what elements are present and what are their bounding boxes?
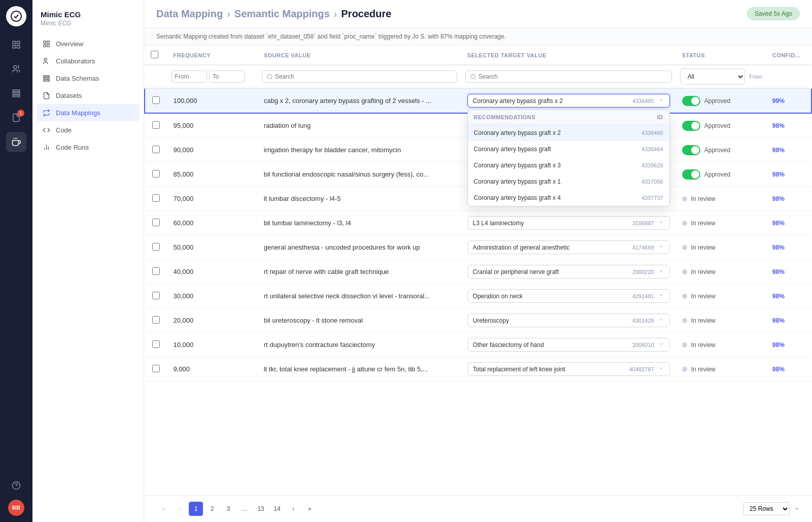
select-all-checkbox[interactable] — [151, 51, 158, 58]
target-select-button[interactable]: Coronary artery bypass grafts x 24336465 — [467, 94, 670, 108]
page-next-btn[interactable]: › — [286, 502, 300, 516]
row-status: In review — [676, 211, 766, 235]
row-checkbox-9[interactable] — [152, 316, 160, 324]
confidence-value: 98% — [772, 220, 785, 227]
rows-select[interactable]: 25 Rows 50 Rows 100 Rows — [743, 502, 790, 515]
target-select-button[interactable]: Other fasciectomy of hand2006010 — [467, 338, 670, 352]
status-toggle[interactable] — [682, 121, 700, 131]
pagination: « ‹ 1 2 3 ... 13 14 › » 25 Rows 50 Rows … — [144, 495, 812, 522]
breadcrumb-data-mapping[interactable]: Data Mapping — [156, 8, 223, 20]
status-filter-select[interactable]: All Approved In review — [680, 68, 745, 85]
status-toggle-wrap: In review — [682, 293, 760, 300]
nav-item-data-schemas[interactable]: Data Schemas — [37, 69, 140, 87]
row-frequency: 90,000 — [167, 138, 258, 162]
sidebar-icon-data-mappings[interactable] — [6, 132, 26, 152]
page-btn-2[interactable]: 2 — [205, 502, 219, 516]
row-checkbox-2[interactable] — [152, 146, 160, 153]
target-select-button[interactable]: Cranial or peripheral nerve graft2000220 — [467, 265, 670, 279]
table-row: 100,000cabg x 2, coronary artery bypass … — [145, 88, 811, 113]
status-toggle[interactable] — [682, 96, 700, 106]
row-status: In review — [676, 333, 766, 357]
dropdown-recommendation-item[interactable]: Coronary artery bypass graft x 44337737 — [468, 190, 669, 206]
page-first-btn[interactable]: « — [156, 502, 171, 516]
dropdown-item-id: 4336465 — [641, 130, 663, 136]
row-checkbox-6[interactable] — [152, 243, 160, 251]
filter-check-cell — [145, 65, 167, 88]
row-checkbox-8[interactable] — [152, 292, 160, 299]
row-source-value: radiation of lung — [258, 113, 461, 138]
sidebar-bottom: RR — [6, 475, 26, 516]
nav-label-overview: Overview — [56, 40, 83, 48]
row-confidence: 98% — [766, 308, 811, 333]
page-btn-14[interactable]: 14 — [270, 502, 284, 516]
dropdown-recommendation-item[interactable]: Coronary artery bypass graft x 24336465 — [468, 125, 669, 141]
row-checkbox-3[interactable] — [152, 170, 160, 178]
row-checkbox-10[interactable] — [152, 340, 160, 348]
dropdown-item-name: Coronary artery bypass graft x 4 — [474, 194, 561, 201]
row-checkbox-11[interactable] — [152, 365, 160, 372]
chevron-down-icon — [658, 317, 664, 324]
target-select-button[interactable]: Administration of general anesthetic4174… — [467, 240, 670, 254]
nav-header: Mimic ECG Mimic ECG — [32, 0, 144, 31]
target-select-button[interactable]: L3 L4 laminectomy3186887 — [467, 216, 670, 230]
freq-from-input[interactable] — [172, 71, 207, 83]
target-select-button[interactable]: Total replacement of left knee joint4048… — [467, 362, 670, 376]
page-btn-3[interactable]: 3 — [221, 502, 235, 516]
page-btn-13[interactable]: 13 — [254, 502, 268, 516]
dropdown-recommendation-item[interactable]: Coronary artery bypass graft x 14337056 — [468, 173, 669, 190]
rows-per-page: 25 Rows 50 Rows 100 Rows — [743, 502, 800, 515]
freq-to-input[interactable] — [209, 71, 245, 83]
page-btn-1[interactable]: 1 — [189, 502, 203, 516]
row-source-value: rt dupuytren's contracture fasciectomy — [258, 333, 461, 357]
data-mappings-nav-icon — [42, 108, 51, 117]
sidebar-icon-data-schemas[interactable] — [6, 83, 26, 103]
dropdown-recommendation-item[interactable]: Coronary artery bypass graft x 34339629 — [468, 157, 669, 173]
breadcrumb-procedure: Procedure — [341, 8, 391, 20]
source-search-input[interactable] — [275, 73, 453, 80]
row-checkbox-7[interactable] — [152, 267, 160, 275]
status-toggle[interactable] — [682, 169, 700, 180]
row-source-value: general anesthesia - uncoded procedures … — [258, 235, 461, 260]
row-source-value: irrigation therapy for bladder cancer, m… — [258, 138, 461, 162]
nav-item-code-runs[interactable]: Code Runs — [37, 138, 140, 156]
nav-item-data-mappings[interactable]: Data Mappings — [37, 104, 140, 121]
row-checkbox-0[interactable] — [152, 96, 160, 104]
nav-item-code[interactable]: Code — [37, 121, 140, 138]
dropdown-recommendation-item[interactable]: Coronary artery bypass graft4336464 — [468, 141, 669, 157]
target-select-button[interactable]: Ureteroscopy4301429 — [467, 314, 670, 327]
sidebar-icon-help[interactable] — [6, 475, 26, 496]
nav-item-datasets[interactable]: Datasets — [37, 87, 140, 104]
sidebar-icon-collaborators[interactable] — [6, 59, 26, 79]
status-toggle[interactable] — [682, 145, 700, 155]
app-logo[interactable] — [6, 6, 26, 26]
status-label: In review — [691, 293, 716, 300]
row-target-value: Ureteroscopy4301429 — [461, 308, 676, 333]
row-check-cell — [145, 235, 167, 260]
app-sub-name: Mimic ECG — [41, 20, 136, 27]
breadcrumb-semantic-mappings[interactable]: Semantic Mappings — [234, 8, 330, 20]
user-avatar[interactable]: RR — [8, 500, 24, 516]
dropdown-id-label: ID — [657, 114, 663, 120]
page-controls: « ‹ 1 2 3 ... 13 14 › » — [156, 502, 317, 516]
row-check-cell — [145, 162, 167, 187]
target-name: Administration of general anesthetic — [473, 244, 628, 251]
page-last-btn[interactable]: » — [302, 502, 317, 516]
row-frequency: 20,000 — [167, 308, 258, 333]
nav-item-overview[interactable]: Overview — [37, 35, 140, 52]
row-checkbox-5[interactable] — [152, 219, 160, 226]
status-dot — [682, 269, 687, 274]
row-checkbox-1[interactable] — [152, 121, 160, 129]
status-label: Approved — [704, 122, 730, 129]
nav-item-collaborators[interactable]: Collaborators — [37, 52, 140, 69]
code-nav-icon — [42, 125, 51, 134]
page-prev-btn[interactable]: ‹ — [173, 502, 187, 516]
sidebar-icon-overview[interactable] — [6, 34, 26, 55]
row-checkbox-4[interactable] — [152, 194, 160, 202]
svg-rect-15 — [47, 41, 49, 43]
target-select-button[interactable]: Operation on neck4291481 — [467, 289, 670, 303]
target-search-input[interactable] — [479, 73, 667, 80]
confidence-value: 98% — [772, 195, 785, 202]
confidence-value: 98% — [772, 244, 785, 251]
sidebar-icon-datasets[interactable]: 1 — [6, 108, 26, 128]
target-name: Other fasciectomy of hand — [473, 341, 628, 349]
